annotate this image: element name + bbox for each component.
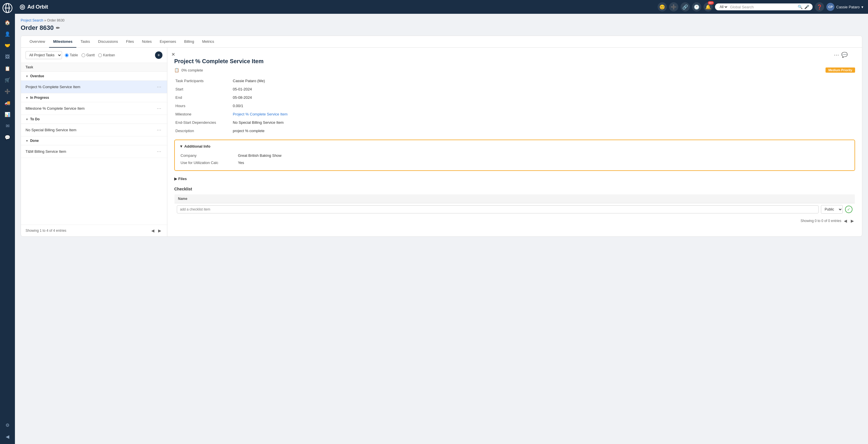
field-label-end: End — [174, 93, 231, 102]
detail-chat-btn[interactable]: 💬 — [841, 52, 848, 58]
tab-notes[interactable]: Notes — [138, 36, 156, 48]
breadcrumb-parent[interactable]: Project Search — [21, 19, 43, 22]
global-search-input[interactable] — [730, 5, 796, 9]
additional-info-header[interactable]: ▼ Additional Info — [179, 144, 850, 148]
clock-icon-btn[interactable]: 🕐 — [692, 2, 701, 11]
task-label-milestone-complete: Milestone % Complete Service Item — [26, 106, 85, 111]
tab-billing[interactable]: Billing — [180, 36, 198, 48]
sidebar-item-media[interactable]: 🖼 — [2, 52, 12, 62]
app-logo: ◎ Ad Orbit — [20, 3, 48, 11]
search-icon[interactable]: 🔍 — [798, 5, 803, 9]
checklist-showing-text: Showing 0 to 0 of 0 entries ◀ ▶ — [174, 216, 855, 226]
task-label-tm-billing: T&M Billing Service Item — [26, 149, 66, 154]
main-card: Overview Milestones Tasks Discussions Fi… — [21, 36, 862, 237]
additional-label-company: Company — [179, 152, 237, 159]
field-milestone: Milestone Project % Complete Service Ite… — [174, 110, 855, 118]
tab-metrics[interactable]: Metrics — [198, 36, 218, 48]
task-label-no-special-billing: No Special Billing Service Item — [26, 128, 76, 132]
sidebar-item-collapse[interactable]: ◀ — [2, 432, 12, 442]
task-item-more-1[interactable]: ⋯ — [156, 105, 162, 112]
tab-tasks[interactable]: Tasks — [76, 36, 94, 48]
task-item-no-special-billing[interactable]: No Special Billing Service Item ⋯ — [21, 124, 167, 137]
tab-overview[interactable]: Overview — [26, 36, 49, 48]
topnav: ◎ Ad Orbit 😊 ➕ 🔗 🕐 🔔 99+ All 🔍 🎤 ❓ — [15, 0, 868, 14]
view-kanban-radio[interactable]: Kanban — [98, 53, 115, 57]
checklist-input[interactable] — [177, 205, 818, 213]
field-start: Start 05-01-2024 — [174, 85, 855, 93]
section-to-do[interactable]: ▼ To Do — [21, 115, 167, 124]
add-task-btn[interactable]: + — [155, 51, 162, 59]
tab-expenses[interactable]: Expenses — [156, 36, 180, 48]
sidebar-item-projects[interactable]: 📋 — [2, 63, 12, 73]
help-icon-btn[interactable]: ❓ — [815, 2, 824, 11]
edit-title-icon[interactable]: ✏ — [56, 25, 60, 31]
voice-search-icon[interactable]: 🎤 — [804, 5, 809, 9]
field-value-end-start-deps: No Special Billing Service Item — [231, 118, 855, 127]
field-value-milestone: Project % Complete Service Item — [231, 110, 855, 118]
link-icon-btn[interactable]: 🔗 — [681, 2, 690, 11]
to-do-label: To Do — [30, 117, 40, 121]
detail-close-btn[interactable]: ✕ — [172, 52, 175, 57]
notifications-btn[interactable]: 🔔 99+ — [704, 2, 713, 11]
section-done[interactable]: ▼ Done — [21, 137, 167, 145]
files-section: ▶ Files — [174, 175, 855, 182]
checklist-visibility-select[interactable]: Public Private — [821, 205, 843, 214]
detail-more-btn[interactable]: ⋯ — [834, 52, 839, 58]
sidebar-logo[interactable] — [2, 2, 13, 14]
sidebar-item-delivery[interactable]: 🚚 — [2, 98, 12, 108]
sidebar-item-messages[interactable]: ✉ — [2, 121, 12, 131]
add-icon-btn[interactable]: ➕ — [669, 2, 678, 11]
checklist-header: Checklist — [174, 187, 855, 191]
breadcrumb-separator: » — [44, 19, 46, 22]
files-header[interactable]: ▶ Files — [174, 175, 855, 182]
task-item-project-complete[interactable]: Project % Complete Service Item ⋯ — [21, 81, 167, 93]
sidebar-item-orders[interactable]: 🛒 — [2, 75, 12, 85]
progress-text: 0% complete — [181, 68, 203, 72]
sidebar-item-partners[interactable]: 🤝 — [2, 40, 12, 51]
next-page-btn[interactable]: ▶ — [157, 228, 162, 234]
left-panel: All Project Tasks Table Gantt Kanban — [21, 48, 167, 236]
sidebar-item-dashboard[interactable]: 🏠 — [2, 17, 12, 28]
checklist-submit-btn[interactable]: ✓ — [845, 206, 852, 213]
additional-value-utilization: Yes — [237, 159, 850, 166]
task-item-more-2[interactable]: ⋯ — [156, 127, 162, 133]
logo-icon: ◎ — [20, 3, 25, 11]
detail-fields-table: Task Participants Cassie Pataro (Me) Sta… — [174, 77, 855, 135]
task-list: Task ▼ Overdue Project % Complete Servic… — [21, 63, 167, 225]
section-overdue[interactable]: ▼ Overdue — [21, 72, 167, 81]
checklist-table: Name Public Private — [174, 194, 855, 216]
global-search-bar: All 🔍 🎤 — [715, 3, 813, 10]
view-table-radio[interactable]: Table — [65, 53, 78, 57]
tab-discussions[interactable]: Discussions — [94, 36, 122, 48]
sidebar-item-add[interactable]: ➕ — [2, 86, 12, 96]
additional-field-company: Company Great British Baking Show — [179, 152, 850, 159]
sidebar-item-reports[interactable]: 📊 — [2, 109, 12, 119]
sidebar: 🏠 👤 🤝 🖼 📋 🛒 ➕ 🚚 📊 ✉ 💬 ⚙ ◀ — [0, 0, 15, 444]
tab-milestones[interactable]: Milestones — [49, 36, 76, 48]
sidebar-item-people[interactable]: 👤 — [2, 29, 12, 39]
tab-files[interactable]: Files — [122, 36, 138, 48]
task-item-more-3[interactable]: ⋯ — [156, 148, 162, 155]
left-panel-toolbar: All Project Tasks Table Gantt Kanban — [21, 48, 167, 63]
view-gantt-radio[interactable]: Gantt — [82, 53, 95, 57]
section-in-progress[interactable]: ▼ In Progress — [21, 93, 167, 102]
progress-icon: 📋 — [174, 68, 179, 72]
checklist-next-btn[interactable]: ▶ — [849, 218, 855, 224]
milestone-link[interactable]: Project % Complete Service Item — [233, 112, 288, 116]
detail-actions: ⋯ 💬 — [834, 52, 848, 58]
task-filter-select[interactable]: All Project Tasks — [26, 51, 62, 59]
sidebar-item-chat[interactable]: 💬 — [2, 132, 12, 143]
detail-panel: ✕ ⋯ 💬 Project % Complete Service Item 📋 … — [167, 48, 862, 236]
prev-page-btn[interactable]: ◀ — [150, 228, 156, 234]
search-scope-select[interactable]: All — [718, 5, 728, 9]
user-menu-btn[interactable]: CP Cassie Pataro ▾ — [826, 3, 863, 11]
sidebar-item-settings[interactable]: ⚙ — [2, 420, 12, 430]
profile-icon-btn[interactable]: 😊 — [658, 2, 667, 11]
task-item-more-0[interactable]: ⋯ — [156, 84, 162, 90]
task-item-milestone-complete[interactable]: Milestone % Complete Service Item ⋯ — [21, 102, 167, 115]
field-label-description: Description — [174, 127, 231, 135]
breadcrumb-current: Order 8630 — [47, 19, 65, 22]
task-item-tm-billing[interactable]: T&M Billing Service Item ⋯ — [21, 145, 167, 158]
page-content: Project Search » Order 8630 Order 8630 ✏… — [15, 14, 868, 444]
checklist-prev-btn[interactable]: ◀ — [842, 218, 848, 224]
